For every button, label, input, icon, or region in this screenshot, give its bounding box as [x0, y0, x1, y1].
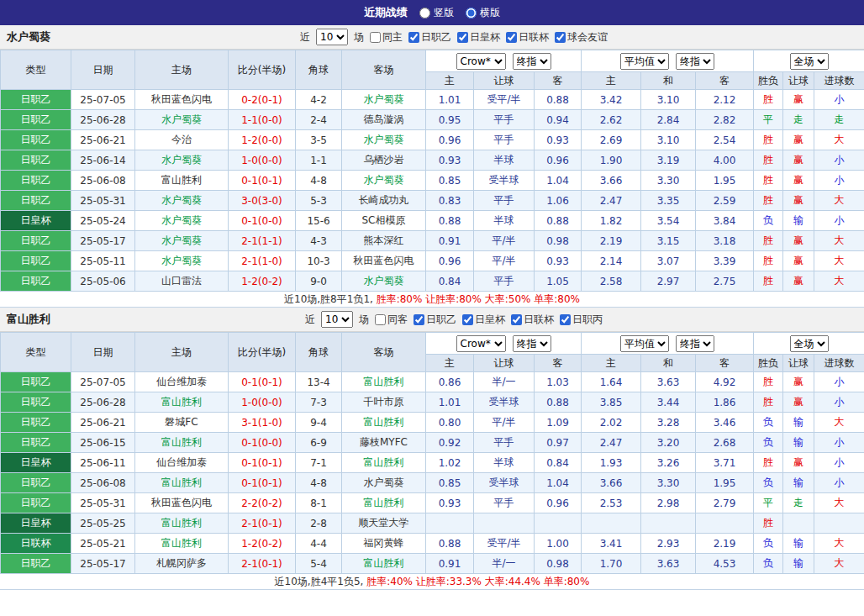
- horizontal-layout-radio[interactable]: [466, 8, 477, 18]
- league-cell: 日职乙: [1, 110, 71, 130]
- avg-stage-select[interactable]: 终指: [676, 335, 714, 352]
- league-filter-2[interactable]: 日皇杯: [457, 30, 500, 45]
- handicap-result-cell: 赢: [783, 231, 814, 251]
- score-cell: 2-1(1-1): [229, 231, 296, 251]
- league-filter-label: 日联杯: [519, 30, 549, 45]
- same-venue-label: 同主: [382, 30, 403, 45]
- score-cell: 2-1(0-1): [229, 554, 296, 574]
- topbar: 近期战绩 竖版 横版: [0, 0, 864, 25]
- league-checkbox[interactable]: [555, 32, 566, 43]
- match-row: 日职乙25-05-31水户蜀葵3-0(3-0)5-3长崎成功丸0.83平手1.0…: [1, 191, 864, 211]
- league-cell: 日职乙: [1, 90, 71, 110]
- section-header: 水户蜀葵近10场同主日职乙日皇杯日联杯球会友谊: [0, 25, 864, 50]
- scope-select[interactable]: 全场: [790, 53, 829, 70]
- date-cell: 25-07-05: [71, 90, 135, 110]
- sub-column-header: 主: [426, 355, 474, 372]
- filter-bar: 近10场同客日职乙日皇杯日联杯日职丙: [305, 311, 603, 328]
- away-odds-cell: 0.88: [535, 211, 582, 231]
- league-checkbox[interactable]: [408, 32, 419, 43]
- score-cell: 3-1(1-0): [229, 413, 296, 433]
- date-cell: 25-05-31: [71, 493, 135, 513]
- scope-select[interactable]: 全场: [790, 335, 829, 352]
- same-venue-filter[interactable]: 同客: [375, 313, 408, 327]
- league-checkbox[interactable]: [414, 314, 424, 325]
- league-cell: 日职乙: [1, 493, 71, 513]
- column-header: 主场: [135, 50, 229, 90]
- same-venue-checkbox[interactable]: [370, 32, 381, 43]
- corner-cell: 5-4: [296, 554, 342, 574]
- date-cell: 25-06-21: [71, 413, 135, 433]
- score-cell: 2-2(0-2): [229, 493, 296, 513]
- same-venue-filter[interactable]: 同主: [370, 30, 403, 45]
- handicap-cell: 半/一: [474, 372, 535, 392]
- away-odds-cell: 0.94: [535, 110, 582, 130]
- league-filter-4[interactable]: 球会友谊: [555, 30, 608, 45]
- league-filter-2[interactable]: 日皇杯: [462, 313, 505, 327]
- avg-draw-odds-cell: [641, 513, 696, 534]
- corner-cell: 1-1: [296, 150, 342, 171]
- away-team-cell: 德岛漩涡: [342, 110, 426, 130]
- handicap-result-cell: 走: [783, 110, 814, 130]
- league-checkbox[interactable]: [506, 32, 517, 43]
- league-filter-1[interactable]: 日职乙: [414, 313, 456, 327]
- handicap-cell: 受平/半: [474, 534, 535, 554]
- odds-company-select[interactable]: Crow*: [456, 335, 506, 352]
- league-cell: 日职乙: [1, 271, 71, 292]
- odds-stage-select[interactable]: 终指: [513, 335, 551, 352]
- avg-odds-select[interactable]: 平均值: [620, 53, 669, 70]
- summary-text: 胜率:80% 让胜率:80% 大率:50% 单率:80%: [377, 293, 580, 305]
- league-filter-4[interactable]: 日职丙: [560, 313, 603, 327]
- match-count-select[interactable]: 10: [316, 29, 348, 45]
- away-odds-cell: 0.98: [535, 554, 582, 574]
- handicap-cell: 平手: [474, 191, 535, 211]
- home-team-cell: 秋田蓝色闪电: [135, 90, 229, 110]
- goals-result-cell: 大: [814, 493, 864, 513]
- avg-stage-select[interactable]: 终指: [676, 53, 714, 70]
- odds-stage-select[interactable]: 终指: [513, 53, 551, 70]
- avg-away-odds-cell: 4.53: [696, 554, 754, 574]
- avg-away-odds-cell: 1.95: [696, 171, 754, 191]
- goals-result-cell: 小: [814, 453, 864, 473]
- date-cell: 25-05-25: [71, 513, 135, 534]
- avg-home-odds-cell: 2.53: [582, 493, 641, 513]
- league-filter-3[interactable]: 日联杯: [511, 313, 554, 327]
- league-checkbox[interactable]: [560, 314, 571, 325]
- avg-draw-odds-cell: 2.93: [641, 534, 696, 554]
- match-count-select[interactable]: 10: [321, 311, 353, 328]
- away-odds-cell: 0.93: [535, 251, 582, 271]
- score-cell: 0-1(0-0): [229, 211, 296, 231]
- avg-away-odds-cell: 3.71: [696, 453, 754, 473]
- home-team-cell: 水户蜀葵: [135, 150, 229, 171]
- goals-result-cell: 大: [814, 130, 864, 150]
- league-filter-1[interactable]: 日职乙: [408, 30, 451, 45]
- odds-company-select[interactable]: Crow*: [456, 53, 506, 70]
- handicap-cell: 受平/半: [474, 90, 535, 110]
- sub-column-header: 胜负: [754, 72, 783, 90]
- league-cell: 日职乙: [1, 150, 71, 171]
- home-odds-cell: 0.80: [426, 413, 474, 433]
- avg-away-odds-cell: 2.79: [696, 493, 754, 513]
- corner-cell: 7-3: [296, 392, 342, 413]
- corner-cell: 4-8: [296, 171, 342, 191]
- league-checkbox[interactable]: [511, 314, 522, 325]
- sub-column-header: 让球: [474, 72, 535, 90]
- home-odds-cell: 0.84: [426, 271, 474, 292]
- league-checkbox[interactable]: [457, 32, 468, 43]
- handicap-result-cell: 赢: [783, 392, 814, 413]
- home-team-cell: 仙台维加泰: [135, 372, 229, 392]
- match-row: 日职乙25-07-05仙台维加泰0-1(0-1)13-4富山胜利0.86半/一1…: [1, 372, 864, 392]
- league-filter-3[interactable]: 日联杯: [506, 30, 549, 45]
- league-cell: 日职乙: [1, 130, 71, 150]
- avg-odds-select[interactable]: 平均值: [620, 335, 669, 352]
- score-cell: 0-1(0-0): [229, 433, 296, 453]
- home-odds-cell: 0.91: [426, 554, 474, 574]
- vertical-layout-radio[interactable]: [419, 8, 430, 18]
- sub-column-header: 进球数: [814, 355, 864, 372]
- date-cell: 25-06-08: [71, 473, 135, 493]
- sub-column-header: 让球: [474, 355, 535, 372]
- layout-option-vertical[interactable]: 竖版: [419, 6, 454, 20]
- layout-option-horizontal[interactable]: 横版: [466, 6, 500, 20]
- same-venue-checkbox[interactable]: [375, 314, 386, 325]
- league-checkbox[interactable]: [462, 314, 473, 325]
- away-team-cell: 富山胜利: [342, 372, 426, 392]
